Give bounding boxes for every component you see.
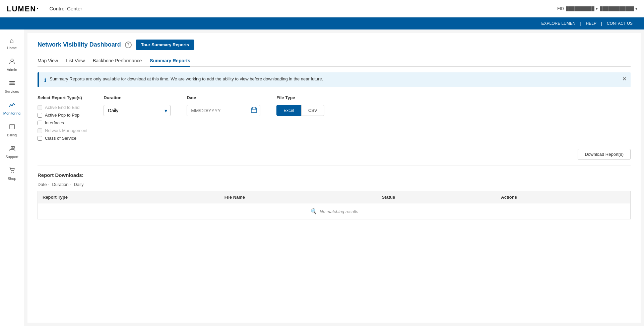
file-type-excel[interactable]: Excel — [276, 105, 301, 116]
info-icon: ℹ — [44, 77, 46, 83]
tab-list-view[interactable]: List View — [66, 55, 85, 67]
report-table: Report Type File Name Status Actions 🔍 N… — [38, 191, 631, 219]
sidebar-item-support[interactable]: Support — [0, 141, 24, 163]
report-type-group: Select Report Type(s) Active End to End … — [38, 95, 87, 141]
checkbox-group: Active End to End Active Pop to Pop Inte… — [38, 105, 87, 141]
search-icon: 🔍 — [310, 208, 317, 214]
report-downloads: Report Downloads: Date - Duration - Dail… — [38, 172, 631, 219]
file-type-buttons: Excel CSV — [276, 105, 324, 116]
download-reports-button[interactable]: Download Report(s) — [578, 149, 631, 160]
explore-lumen-link[interactable]: EXPLORE LUMEN — [536, 21, 580, 26]
report-filters: Date - Duration - Daily — [38, 182, 631, 187]
tab-summary-reports[interactable]: Summary Reports — [150, 55, 190, 67]
date-input-wrap — [187, 105, 260, 116]
shop-icon — [9, 167, 15, 175]
checkbox-active-end-to-end[interactable]: Active End to End — [38, 105, 87, 110]
calendar-icon[interactable] — [251, 107, 257, 114]
page-header: Network Visibility Dashboard ? Tour Summ… — [38, 40, 631, 50]
info-banner-text: Summary Reports are only available for d… — [50, 76, 625, 81]
svg-rect-3 — [9, 84, 15, 85]
main-layout: ⌂ Home Admin Services Monitoring Billi — [0, 29, 644, 326]
date-filter-label: Date - — [38, 182, 49, 187]
sidebar-item-admin[interactable]: Admin — [0, 54, 24, 76]
svg-point-0 — [11, 59, 13, 62]
eid-chevron-icon: ▾ — [596, 6, 598, 11]
report-downloads-title: Report Downloads: — [38, 172, 631, 178]
sidebar-item-services[interactable]: Services — [0, 76, 24, 97]
sidebar: ⌂ Home Admin Services Monitoring Billi — [0, 29, 24, 326]
duration-select-wrap: Daily Weekly Monthly ▾ — [104, 105, 171, 116]
col-status: Status — [377, 191, 496, 203]
duration-filter-label: Duration - — [52, 182, 71, 187]
app-name: Control Center — [49, 6, 82, 11]
sidebar-label-home: Home — [7, 46, 17, 50]
eid-value: ██████████ — [566, 6, 594, 11]
checkbox-label-network-management: Network Management — [45, 128, 87, 133]
help-icon[interactable]: ? — [125, 42, 132, 48]
close-banner-button[interactable]: ✕ — [622, 76, 627, 82]
admin-icon — [9, 58, 15, 66]
checkbox-active-pop-to-pop[interactable]: Active Pop to Pop — [38, 113, 87, 118]
monitoring-icon — [9, 102, 15, 110]
duration-label: Duration — [104, 95, 171, 100]
services-icon — [9, 80, 15, 88]
table-header: Report Type File Name Status Actions — [38, 191, 631, 203]
file-type-csv[interactable]: CSV — [301, 105, 324, 116]
download-row: Download Report(s) — [38, 149, 631, 166]
info-banner: ℹ Summary Reports are only available for… — [38, 72, 631, 87]
home-icon: ⌂ — [10, 37, 14, 45]
sidebar-item-monitoring[interactable]: Monitoring — [0, 97, 24, 119]
col-actions: Actions — [496, 191, 630, 203]
tab-backbone-performance[interactable]: Backbone Performance — [93, 55, 142, 67]
top-bar: LUMEN· Control Center EID ██████████ ▾ █… — [0, 0, 644, 17]
checkbox-label-active-pop-to-pop: Active Pop to Pop — [45, 113, 79, 118]
tabs: Map View List View Backbone Performance … — [38, 55, 631, 67]
page-title: Network Visibility Dashboard — [38, 41, 121, 48]
content-inner: Network Visibility Dashboard ? Tour Summ… — [27, 33, 641, 323]
eid-dropdown[interactable]: ██████████ ▾ — [566, 6, 598, 11]
checkbox-label-class-of-service: Class of Service — [45, 136, 76, 141]
content-area: Network Visibility Dashboard ? Tour Summ… — [24, 29, 644, 326]
svg-rect-1 — [9, 81, 15, 82]
col-file-name: File Name — [220, 191, 377, 203]
support-icon — [9, 145, 15, 153]
sub-bar: EXPLORE LUMEN | HELP | CONTACT US — [0, 17, 644, 29]
no-results-cell: 🔍 No matching results — [38, 203, 631, 219]
duration-select[interactable]: Daily Weekly Monthly — [104, 105, 171, 116]
account-dropdown[interactable]: ████████████ ▾ — [600, 6, 637, 11]
no-results-text: No matching results — [320, 209, 358, 214]
table-body: 🔍 No matching results — [38, 203, 631, 219]
report-type-label: Select Report Type(s) — [38, 95, 87, 100]
sidebar-item-billing[interactable]: Billing — [0, 119, 24, 141]
help-link[interactable]: HELP — [581, 21, 601, 26]
table-header-row: Report Type File Name Status Actions — [38, 191, 631, 203]
date-label: Date — [187, 95, 260, 100]
svg-point-9 — [11, 172, 12, 173]
checkbox-class-of-service[interactable]: Class of Service — [38, 136, 87, 141]
checkbox-network-management[interactable]: Network Management — [38, 128, 87, 133]
duration-group: Duration Daily Weekly Monthly ▾ — [104, 95, 171, 116]
svg-rect-11 — [251, 108, 257, 113]
form-section: Select Report Type(s) Active End to End … — [38, 95, 631, 141]
sidebar-label-billing: Billing — [7, 133, 17, 137]
tour-button[interactable]: Tour Summary Reports — [136, 40, 195, 50]
logo: LUMEN· — [7, 3, 39, 14]
svg-rect-2 — [9, 83, 15, 84]
sidebar-label-support: Support — [5, 155, 18, 159]
sidebar-label-monitoring: Monitoring — [3, 111, 20, 115]
eid-label: EID — [557, 6, 564, 11]
date-input[interactable] — [187, 105, 260, 116]
sidebar-item-home[interactable]: ⌂ Home — [0, 33, 24, 54]
checkbox-interfaces[interactable]: Interfaces — [38, 120, 87, 125]
tab-map-view[interactable]: Map View — [38, 55, 58, 67]
account-value: ████████████ — [600, 6, 634, 11]
eid-section: EID ██████████ ▾ ████████████ ▾ — [557, 6, 637, 11]
sidebar-label-shop: Shop — [8, 177, 16, 181]
sidebar-item-shop[interactable]: Shop — [0, 163, 24, 185]
top-bar-right: EID ██████████ ▾ ████████████ ▾ — [557, 6, 637, 11]
date-group: Date — [187, 95, 260, 116]
sidebar-label-admin: Admin — [7, 68, 17, 72]
file-type-label: File Type — [276, 95, 324, 100]
table-no-results-row: 🔍 No matching results — [38, 203, 631, 219]
contact-us-link[interactable]: CONTACT US — [602, 21, 637, 26]
